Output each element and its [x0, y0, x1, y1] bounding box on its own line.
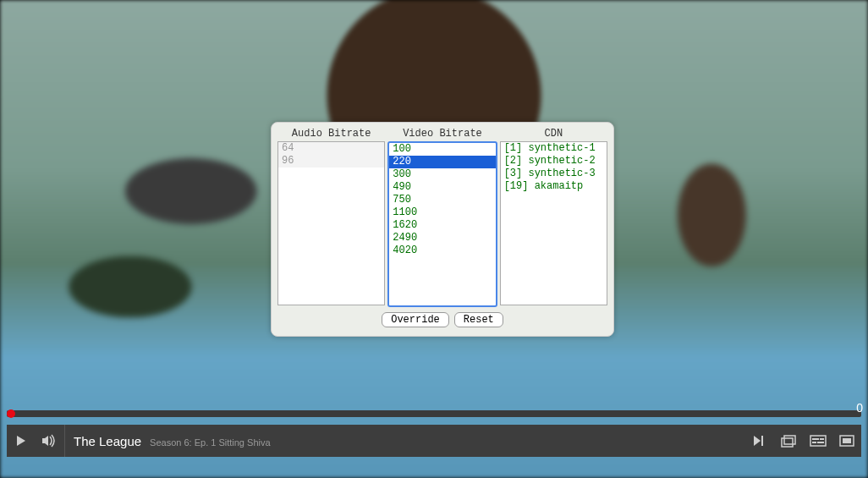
video-bitrate-title: Video Bitrate [403, 128, 482, 140]
audio-bitrate-title: Audio Bitrate [292, 128, 371, 140]
player-controls: The League Season 6: Ep. 1 Sitting Shiva [7, 425, 861, 457]
play-icon [14, 434, 28, 448]
reset-button[interactable]: Reset [454, 312, 503, 327]
svg-marker-0 [17, 436, 25, 446]
episodes-icon [781, 434, 798, 448]
list-option[interactable]: 100 [389, 143, 495, 156]
cdn-column: CDN [1] synthetic-1[2] synthetic-2[3] sy… [501, 128, 607, 307]
svg-rect-10 [820, 438, 824, 440]
svg-marker-1 [42, 436, 48, 446]
audio-bitrate-listbox[interactable]: 6496 [277, 141, 385, 305]
bitrate-debug-panel: Audio Bitrate 6496 Video Bitrate 1002203… [271, 122, 614, 337]
list-option[interactable]: 4020 [389, 244, 495, 257]
next-episode-button[interactable] [746, 425, 775, 457]
subtitles-button[interactable] [804, 425, 832, 457]
svg-rect-4 [782, 438, 793, 447]
scrub-playhead[interactable] [7, 409, 15, 418]
svg-rect-3 [761, 436, 763, 446]
svg-rect-8 [817, 442, 824, 443]
svg-rect-9 [812, 438, 819, 440]
list-option[interactable]: 750 [389, 194, 495, 206]
list-option: 64 [278, 142, 384, 155]
subtitles-icon [810, 435, 827, 447]
list-option[interactable]: 300 [389, 168, 495, 181]
svg-marker-2 [754, 436, 761, 446]
list-option[interactable]: 220 [389, 156, 495, 168]
svg-rect-6 [810, 436, 826, 446]
list-option[interactable]: [1] synthetic-1 [501, 142, 607, 155]
fullscreen-button[interactable] [832, 425, 861, 457]
list-option[interactable]: [3] synthetic-3 [501, 168, 607, 180]
video-bitrate-column: Video Bitrate 10022030049075011001620249… [389, 128, 495, 307]
show-title: The League [74, 434, 141, 448]
scrub-bar[interactable] [7, 410, 861, 417]
play-button[interactable] [7, 425, 36, 457]
svg-rect-7 [812, 442, 816, 443]
cdn-title: CDN [545, 128, 563, 140]
list-option[interactable]: 490 [389, 181, 495, 194]
volume-icon [41, 434, 58, 448]
episode-subtitle: Season 6: Ep. 1 Sitting Shiva [150, 437, 270, 448]
list-option[interactable]: [19] akamaitp [501, 180, 607, 193]
fullscreen-icon [839, 435, 854, 447]
list-option[interactable]: 2490 [389, 232, 495, 244]
next-episode-icon [753, 435, 768, 447]
list-option[interactable]: 1620 [389, 219, 495, 232]
cdn-listbox[interactable]: [1] synthetic-1[2] synthetic-2[3] synthe… [500, 141, 607, 305]
override-button[interactable]: Override [382, 312, 449, 327]
volume-button[interactable] [36, 425, 64, 457]
list-option[interactable]: 1100 [389, 206, 495, 219]
list-option: 96 [278, 155, 384, 168]
svg-rect-5 [784, 436, 795, 444]
audio-bitrate-column: Audio Bitrate 6496 [278, 128, 384, 307]
list-option[interactable]: [2] synthetic-2 [501, 155, 607, 168]
title-block: The League Season 6: Ep. 1 Sitting Shiva [65, 434, 271, 448]
svg-rect-12 [843, 438, 851, 443]
video-bitrate-listbox[interactable]: 1002203004907501100162024904020 [387, 141, 497, 307]
time-remaining: 0 [856, 401, 863, 415]
episodes-button[interactable] [775, 425, 804, 457]
